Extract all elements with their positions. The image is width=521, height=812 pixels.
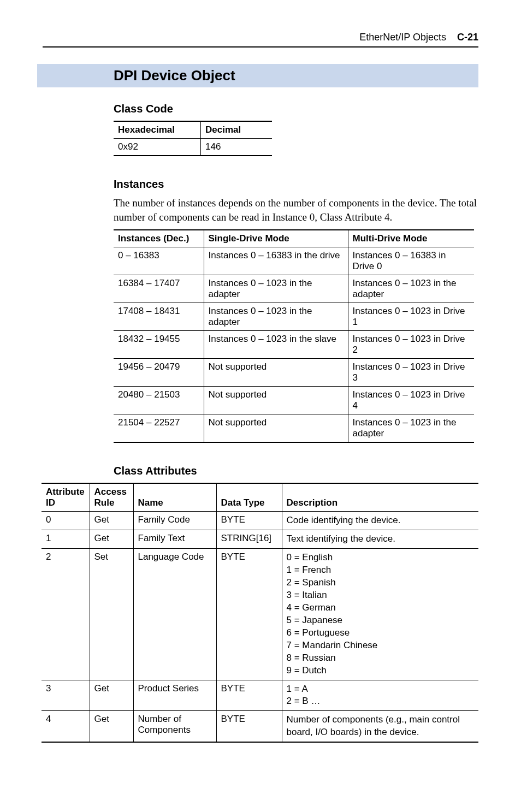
- instances-header: Instances (Dec.): [114, 230, 204, 247]
- table-cell: 1 = A2 = B …: [282, 680, 478, 711]
- class-code-cell: 146: [201, 139, 273, 156]
- table-cell: Instances 0 – 16383 in the drive: [204, 247, 348, 275]
- table-row: 21504 – 22527Not supportedInstances 0 – …: [114, 414, 474, 443]
- table-cell: 21504 – 22527: [114, 414, 204, 443]
- header-page-code: C-21: [457, 32, 478, 43]
- table-cell: Number of Components: [133, 711, 216, 742]
- table-cell: 18432 – 19455: [114, 331, 204, 359]
- class-code-cell: 0x92: [114, 139, 201, 156]
- table-row: 3GetProduct SeriesBYTE1 = A2 = B …: [42, 680, 478, 711]
- table-cell: Get: [90, 512, 133, 530]
- class-attrs-table: AttributeIDAccessRuleNameData TypeDescri…: [42, 483, 478, 743]
- table-cell: Not supported: [204, 359, 348, 387]
- table-cell: 19456 – 20479: [114, 359, 204, 387]
- instances-table: Instances (Dec.) Single-Drive Mode Multi…: [114, 229, 474, 443]
- table-row: 19456 – 20479Not supportedInstances 0 – …: [114, 359, 474, 387]
- table-cell: Instances 0 – 1023 in Drive 4: [348, 387, 474, 414]
- attrs-header: Data Type: [216, 483, 282, 512]
- table-cell: 0: [42, 512, 90, 530]
- table-cell: Code identifying the device.: [282, 512, 478, 530]
- table-cell: 17408 – 18431: [114, 303, 204, 331]
- table-cell: Get: [90, 530, 133, 549]
- table-cell: Text identifying the device.: [282, 530, 478, 549]
- table-cell: Instances 0 – 1023 in Drive 1: [348, 303, 474, 331]
- table-cell: BYTE: [216, 711, 282, 742]
- table-cell: Instances 0 – 1023 in Drive 2: [348, 331, 474, 359]
- section-title: DPI Device Object: [37, 64, 478, 87]
- table-cell: Product Series: [133, 680, 216, 711]
- attrs-header: AccessRule: [90, 483, 133, 512]
- table-cell: BYTE: [216, 512, 282, 530]
- class-attrs-heading: Class Attributes: [114, 465, 478, 477]
- table-cell: 2: [42, 549, 90, 680]
- table-cell: Get: [90, 680, 133, 711]
- attrs-header: AttributeID: [42, 483, 90, 512]
- table-row: 18432 – 19455Instances 0 – 1023 in the s…: [114, 331, 474, 359]
- table-cell: Instances 0 – 1023 in the adapter: [204, 275, 348, 303]
- class-code-header: Hexadecimal: [114, 121, 201, 139]
- table-cell: BYTE: [216, 680, 282, 711]
- table-cell: Get: [90, 711, 133, 742]
- table-cell: Instances 0 – 16383 in Drive 0: [348, 247, 474, 275]
- table-cell: Instances 0 – 1023 in the adapter: [204, 303, 348, 331]
- table-cell: Family Code: [133, 512, 216, 530]
- table-row: 4GetNumber of ComponentsBYTENumber of co…: [42, 711, 478, 742]
- table-cell: Language Code: [133, 549, 216, 680]
- table-cell: Family Text: [133, 530, 216, 549]
- table-cell: Instances 0 – 1023 in the adapter: [348, 275, 474, 303]
- header-title: EtherNet/IP Objects: [359, 32, 446, 43]
- table-cell: Not supported: [204, 414, 348, 443]
- class-code-header: Decimal: [201, 121, 273, 139]
- table-cell: 0 – 16383: [114, 247, 204, 275]
- table-cell: Instances 0 – 1023 in the adapter: [348, 414, 474, 443]
- table-cell: STRING[16]: [216, 530, 282, 549]
- attrs-header: Name: [133, 483, 216, 512]
- instances-heading: Instances: [114, 178, 478, 191]
- attrs-header: Description: [282, 483, 478, 512]
- instances-header: Single-Drive Mode: [204, 230, 348, 247]
- page-header: EtherNet/IP Objects C-21: [43, 32, 478, 48]
- table-cell: 1: [42, 530, 90, 549]
- table-cell: 3: [42, 680, 90, 711]
- table-cell: BYTE: [216, 549, 282, 680]
- table-cell: Instances 0 – 1023 in the slave: [204, 331, 348, 359]
- table-cell: 4: [42, 711, 90, 742]
- table-cell: Not supported: [204, 387, 348, 414]
- table-cell: 0 = English1 = French2 = Spanish3 = Ital…: [282, 549, 478, 680]
- table-row: 17408 – 18431Instances 0 – 1023 in the a…: [114, 303, 474, 331]
- table-cell: 20480 – 21503: [114, 387, 204, 414]
- table-row: 0 – 16383Instances 0 – 16383 in the driv…: [114, 247, 474, 275]
- table-row: 0GetFamily CodeBYTECode identifying the …: [42, 512, 478, 530]
- table-row: 1GetFamily TextSTRING[16]Text identifyin…: [42, 530, 478, 549]
- class-code-heading: Class Code: [114, 103, 478, 115]
- table-row: 16384 – 17407Instances 0 – 1023 in the a…: [114, 275, 474, 303]
- table-cell: 16384 – 17407: [114, 275, 204, 303]
- table-row: 2SetLanguage CodeBYTE0 = English1 = Fren…: [42, 549, 478, 680]
- table-cell: Set: [90, 549, 133, 680]
- instances-paragraph: The number of instances depends on the n…: [114, 196, 478, 224]
- table-cell: Instances 0 – 1023 in Drive 3: [348, 359, 474, 387]
- table-row: 20480 – 21503Not supportedInstances 0 – …: [114, 387, 474, 414]
- class-code-table: Hexadecimal Decimal 0x92 146: [114, 121, 272, 156]
- instances-header: Multi-Drive Mode: [348, 230, 474, 247]
- table-cell: Number of components (e.g., main control…: [282, 711, 478, 742]
